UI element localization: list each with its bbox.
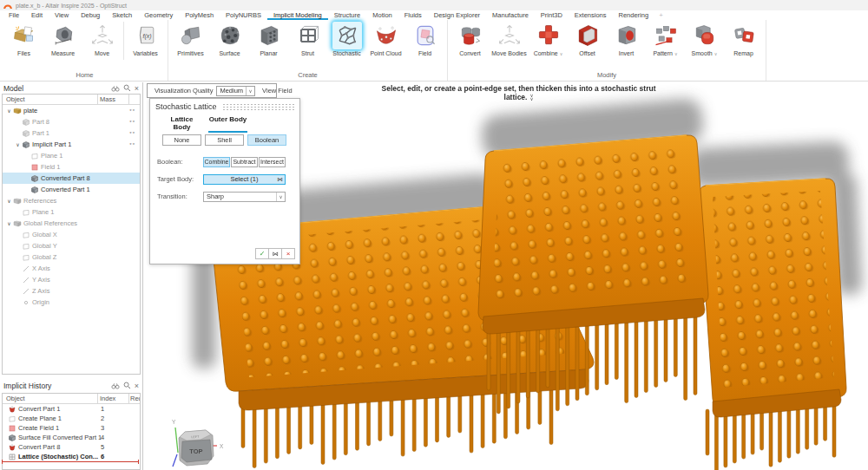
tree-row-global-x[interactable]: Global X — [3, 229, 140, 240]
tree-row-global-y[interactable]: Global Y — [3, 240, 140, 251]
tool-pattern[interactable]: Pattern∨ — [646, 20, 685, 56]
tree-row-implicit-part-1[interactable]: ∨Implicit Part 1** — [3, 139, 140, 150]
tool-files[interactable]: Files — [4, 20, 43, 56]
tool-strut[interactable]: Strut — [288, 20, 327, 56]
chevron-down-icon[interactable]: ∨ — [560, 51, 563, 56]
tree-row-converted-part-8[interactable]: Converted Part 8 — [3, 173, 140, 184]
chevron-expanded-icon[interactable]: ∨ — [5, 108, 13, 114]
tool-field[interactable]: Field — [405, 20, 444, 56]
tool-stochastic[interactable]: Stochastic — [327, 20, 366, 56]
menu-overflow-icon[interactable]: + — [654, 10, 667, 20]
tree-row-global-references[interactable]: ∨Global References — [3, 218, 140, 229]
outer-body-boolean-button[interactable]: Boolean — [247, 134, 286, 146]
tree-row-plane-1[interactable]: Plane 1 — [3, 150, 140, 161]
chevron-expanded-icon[interactable]: ∨ — [14, 141, 22, 147]
tree-row-y-axis[interactable]: Y Axis — [3, 274, 140, 285]
tree-row-z-axis[interactable]: Z Axis — [3, 285, 140, 297]
cancel-button[interactable]: × — [281, 248, 295, 259]
tool-primitives[interactable]: Primitives — [171, 20, 210, 56]
target-body-select-field[interactable]: Select (1) ⋈ — [203, 174, 286, 185]
scope-icon[interactable]: ⋈ — [278, 176, 284, 183]
search-icon[interactable] — [123, 382, 131, 389]
find-icon[interactable] — [111, 382, 120, 389]
menu-item-motion[interactable]: Motion — [366, 10, 398, 20]
tree-row-part-1[interactable]: Part 1** — [3, 127, 140, 139]
chevron-down-icon[interactable]: ∨ — [714, 51, 718, 56]
tree-row-plane-1[interactable]: Plane 1 — [3, 206, 140, 218]
menu-item-edit[interactable]: Edit — [25, 10, 49, 20]
menu-item-geometry[interactable]: Geometry — [138, 10, 179, 20]
tool-move-bodies[interactable]: Move Bodies — [490, 20, 529, 56]
apply-button[interactable]: ✓ — [255, 248, 269, 259]
tool-invert[interactable]: Invert — [607, 20, 646, 56]
plate-right-section[interactable] — [699, 179, 846, 470]
menu-item-polynurbs[interactable]: PolyNURBS — [220, 10, 267, 20]
menu-item-implicit-modeling[interactable]: Implicit Modeling — [267, 10, 328, 20]
menu-item-debug[interactable]: Debug — [75, 10, 106, 20]
chevron-expanded-icon[interactable]: ∨ — [5, 198, 13, 204]
tool-convert[interactable]: Convert — [450, 20, 490, 56]
transition-dropdown[interactable]: Sharp ∨ — [203, 192, 286, 202]
menu-item-structure[interactable]: Structure — [328, 10, 366, 20]
tool-point-cloud[interactable]: Point Cloud — [366, 20, 405, 56]
view-field-button[interactable]: View Field — [259, 87, 295, 95]
outer-body-shell-button[interactable]: Shell — [205, 134, 244, 146]
tool-offset[interactable]: Offset — [568, 20, 607, 56]
tree-item-label: Global References — [23, 219, 77, 227]
tool-smooth[interactable]: Smooth∨ — [685, 20, 724, 56]
tree-row-origin[interactable]: Origin — [3, 297, 140, 308]
menu-item-fluids[interactable]: Fluids — [398, 10, 428, 20]
chevron-down-icon[interactable]: ∨ — [276, 193, 285, 201]
tool-remap[interactable]: Remap — [724, 20, 763, 56]
lattice-body-none-button[interactable]: None — [162, 134, 201, 146]
tree-row-converted-part-1[interactable]: Converted Part 1 — [3, 184, 140, 195]
history-row-convert-part-1[interactable]: Convert Part 11 — [3, 404, 140, 414]
menu-item-polymesh[interactable]: PolyMesh — [179, 10, 220, 20]
menu-item-sketch[interactable]: Sketch — [106, 10, 138, 20]
tree-row-global-z[interactable]: Global Z — [3, 251, 140, 263]
tree-row-field-1[interactable]: Field 1 — [3, 161, 140, 173]
history-timeline-marker[interactable] — [2, 461, 139, 462]
chevron-down-icon[interactable]: ∨ — [674, 51, 678, 56]
tree-row-part-8[interactable]: Part 8** — [3, 116, 140, 127]
boolean-combine-button[interactable]: Combine — [203, 157, 230, 167]
dialog-drag-grip[interactable] — [222, 103, 294, 110]
tool-move[interactable]: Move — [82, 20, 122, 56]
find-icon[interactable] — [111, 85, 120, 92]
history-row-lattice-stochastic-con-[interactable]: Lattice (Stochastic) Con...6 — [3, 452, 140, 461]
boolean-intersect-button[interactable]: Intersect — [259, 157, 286, 167]
tree-row-references[interactable]: ∨References — [3, 195, 140, 206]
close-icon[interactable]: × — [135, 85, 139, 92]
tab-outer-body[interactable]: Outer Body — [208, 115, 247, 133]
menu-item-file[interactable]: File — [3, 10, 25, 20]
chevron-expanded-icon[interactable]: ∨ — [5, 220, 13, 226]
search-icon[interactable] — [123, 84, 131, 92]
history-row-create-plane-1[interactable]: Create Plane 12 — [3, 414, 140, 423]
tool-combine[interactable]: Combine∨ — [529, 20, 568, 56]
tree-row-x-axis[interactable]: X Axis — [3, 263, 140, 274]
mass-value: ** — [129, 120, 135, 125]
menu-item-manufacture[interactable]: Manufacture — [486, 10, 535, 20]
tree-row-plate[interactable]: ∨plate** — [3, 105, 140, 116]
tool-variables[interactable]: f(x)Variables — [126, 20, 165, 56]
expand-chevron-icon[interactable]: ∨∨ — [529, 95, 533, 101]
history-panel-title: Implicit History — [3, 382, 111, 390]
menu-item-extensions[interactable]: Extensions — [569, 10, 613, 20]
tool-surface[interactable]: Surface — [210, 20, 249, 56]
tab-lattice-body[interactable]: Lattice Body — [162, 115, 201, 133]
scope-button[interactable]: ⋈ — [268, 248, 282, 259]
history-row-create-field-1[interactable]: Create Field 13 — [3, 423, 140, 433]
menu-item-view[interactable]: View — [49, 10, 75, 20]
tool-measure[interactable]: Measure — [43, 20, 82, 56]
history-row-convert-part-8[interactable]: Convert Part 85 — [3, 442, 140, 452]
menu-item-rendering[interactable]: Rendering — [613, 10, 655, 20]
visualization-quality-select[interactable]: Medium ∨ — [216, 86, 255, 96]
history-row-surface-fill-converted-part-1[interactable]: Surface Fill Converted Part 14 — [3, 433, 140, 442]
menu-item-design-explorer[interactable]: Design Explorer — [428, 10, 486, 20]
chevron-down-icon[interactable]: ∨ — [246, 87, 254, 95]
view-cube[interactable]: LEFT TOP Y X — [172, 419, 224, 467]
close-icon[interactable]: × — [135, 382, 139, 389]
boolean-subtract-button[interactable]: Subtract — [231, 157, 258, 167]
tool-planar[interactable]: Planar — [249, 20, 288, 56]
menu-item-print3d[interactable]: Print3D — [535, 10, 569, 20]
